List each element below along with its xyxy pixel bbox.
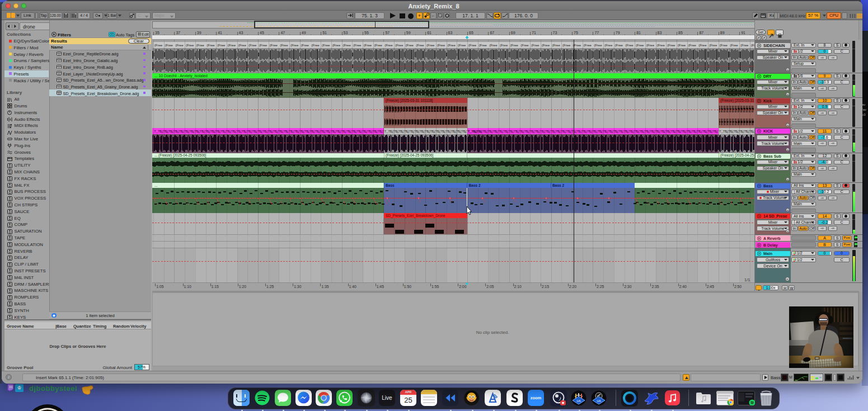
svg-text:(Free: (Free [489, 44, 498, 47]
svg-text:(Freeze) [2025-04-25 093506]: (Freeze) [2025-04-25 093506] [386, 153, 433, 158]
svg-text:(Free: (Free [238, 44, 246, 47]
svg-text:(Free: (Free [740, 44, 749, 47]
svg-text:1:35: 1:35 [321, 285, 329, 289]
svg-text:(Free: (Free [730, 44, 738, 47]
svg-text:1:30: 1:30 [294, 285, 301, 289]
svg-text:UA: UA [597, 399, 602, 403]
svg-text:(Free: (Free [500, 44, 508, 47]
svg-text:51: 51 [322, 31, 327, 35]
svg-text:...: ... [154, 183, 158, 187]
svg-text:2:45: 2:45 [707, 285, 714, 289]
svg-text:(Free: (Free [311, 44, 320, 47]
svg-text:89: 89 [720, 31, 725, 35]
svg-text:2:05: 2:05 [486, 285, 494, 289]
svg-text:41: 41 [218, 31, 222, 35]
svg-text:(Free: (Free [510, 44, 519, 47]
svg-text:(Free: (Free [280, 44, 288, 47]
svg-text:(Free: (Free [698, 44, 707, 47]
svg-text:(Free: (Free [374, 44, 383, 47]
svg-text:91: 91 [741, 31, 745, 35]
svg-text:(Free: (Free [531, 44, 539, 47]
svg-text:(Free: (Free [332, 44, 341, 47]
svg-text:(Free: (Free [406, 44, 414, 47]
svg-text:Bass 2: Bass 2 [552, 183, 565, 187]
svg-text:45: 45 [260, 31, 264, 35]
svg-text:1:25: 1:25 [266, 285, 274, 289]
svg-text:1:10: 1:10 [184, 285, 191, 289]
svg-text:67: 67 [490, 31, 494, 35]
svg-text:(Free: (Free [353, 44, 362, 47]
svg-text:65: 65 [469, 31, 473, 35]
svg-text:(Freeze) [2025-04-25: (Freeze) [2025-04-25 [720, 153, 754, 158]
svg-text:(Free: (Free [384, 44, 393, 47]
svg-text:2:50: 2:50 [734, 285, 742, 289]
svg-text:(Free: (Free [395, 44, 403, 47]
svg-text:(Free: (Free [562, 44, 571, 47]
svg-text:(Free: (Free [248, 44, 257, 47]
svg-text:85: 85 [678, 31, 683, 35]
svg-text:59: 59 [406, 31, 411, 35]
svg-text:Bass 2: Bass 2 [469, 183, 481, 187]
svg-text:(Free: (Free [636, 44, 644, 47]
svg-text:(Free: (Free [207, 44, 215, 47]
svg-text:1:40: 1:40 [349, 285, 356, 289]
svg-text:T_TS(: T_TS( [750, 130, 754, 133]
svg-text:UA: UA [577, 399, 581, 403]
svg-text:(Free: (Free [342, 44, 351, 47]
svg-text:(Free: (Free [468, 44, 477, 47]
svg-text:(Free: (Free [447, 44, 456, 47]
svg-text:(Free: (Free [228, 44, 236, 47]
svg-text:(Free: (Free [270, 44, 278, 47]
svg-text:(Free: (Free [667, 44, 675, 47]
svg-text:87: 87 [699, 31, 703, 35]
svg-text:79: 79 [616, 31, 620, 35]
svg-text:77: 77 [594, 31, 599, 35]
svg-text:49: 49 [302, 31, 306, 35]
svg-text:37: 37 [176, 31, 180, 35]
svg-text:(Free: (Free [196, 44, 205, 47]
svg-text:(Free: (Free [364, 44, 372, 47]
svg-text:73: 73 [553, 31, 557, 35]
svg-text:(Free: (Free [458, 44, 466, 47]
svg-text:1:20: 1:20 [239, 285, 246, 289]
svg-text:75: 75 [574, 31, 578, 35]
svg-text:69: 69 [511, 31, 515, 35]
svg-text:2:30: 2:30 [624, 285, 631, 289]
svg-text:(Free: (Free [625, 44, 634, 47]
svg-text:1:45: 1:45 [377, 285, 384, 289]
svg-text:2:20: 2:20 [569, 285, 576, 289]
svg-text:(Free: (Free [175, 44, 184, 47]
svg-text:(Free: (Free [217, 44, 226, 47]
svg-text:63: 63 [448, 31, 453, 35]
svg-text:(Freeze) [2025-03-31: (Freeze) [2025-03-31 [720, 98, 754, 103]
svg-text:(Free: (Free [688, 44, 697, 47]
svg-text:(Free: (Free [542, 44, 550, 47]
svg-text:71: 71 [532, 31, 536, 35]
svg-text:53: 53 [344, 31, 348, 35]
svg-text:2:35: 2:35 [651, 285, 659, 289]
svg-text:(Free: (Free [290, 44, 299, 47]
svg-text:... (Freeze) [2025-04-25 09350: ... (Freeze) [2025-04-25 093506] [154, 153, 207, 158]
svg-text:(Free: (Free [646, 44, 655, 47]
svg-text:(Free: (Free [186, 44, 194, 47]
svg-text:1:15: 1:15 [212, 285, 219, 289]
svg-text:(Free: (Free [678, 44, 686, 47]
svg-text:(Free: (Free [301, 44, 309, 47]
svg-text:(Free: (Free [720, 44, 728, 47]
svg-text:2:00: 2:00 [459, 285, 466, 289]
svg-text:2:40: 2:40 [679, 285, 687, 289]
svg-text:57: 57 [385, 31, 390, 35]
svg-text:(Freeze) [2025-03-31 101118]: (Freeze) [2025-03-31 101118] [386, 98, 433, 103]
svg-text:(Free: (Free [259, 44, 268, 47]
svg-text:(Free: (Free [604, 44, 613, 47]
svg-text:1:05: 1:05 [156, 285, 163, 289]
svg-text:SD_Presets_Ezel_Breakdown_Dron: SD_Presets_Ezel_Breakdown_Drone [386, 214, 445, 218]
svg-text:(Free: (Free [426, 44, 435, 47]
svg-text:43: 43 [239, 31, 243, 35]
svg-text:(Free: (Free [709, 44, 717, 47]
svg-text:Bass: Bass [386, 183, 395, 187]
svg-text:55: 55 [364, 31, 369, 35]
svg-text:(Free: (Free [584, 44, 592, 47]
svg-text:35: 35 [155, 31, 159, 35]
svg-text:(Free: (Free [552, 44, 560, 47]
